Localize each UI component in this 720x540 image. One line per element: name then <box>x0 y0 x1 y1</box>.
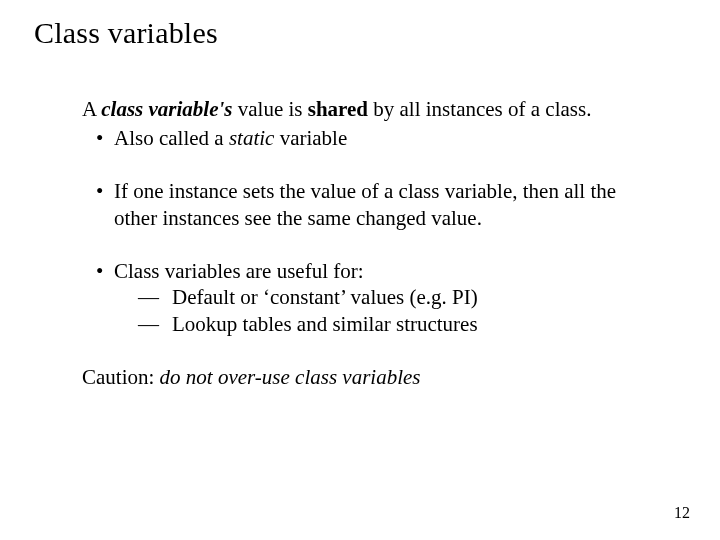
subbullet-lookup-text: Lookup tables and similar structures <box>172 311 478 338</box>
spacer <box>82 232 642 258</box>
subbullet-default: — Default or ‘constant’ values (e.g. PI) <box>138 284 642 311</box>
slide: Class variables A class variable's value… <box>0 0 720 540</box>
b1-pre: Also called a <box>114 126 229 150</box>
bullet-instances: • If one instance sets the value of a cl… <box>96 178 642 232</box>
subbullet-default-text: Default or ‘constant’ values (e.g. PI) <box>172 284 478 311</box>
b1-post: variable <box>274 126 347 150</box>
spacer <box>82 152 642 178</box>
lead-t3: by all instances of a class. <box>368 97 591 121</box>
bullet-icon: • <box>96 178 114 232</box>
slide-title: Class variables <box>34 16 218 50</box>
lead-t2: value is <box>233 97 308 121</box>
dash-icon: — <box>138 311 172 338</box>
lead-paragraph: A class variable's value is shared by al… <box>82 96 642 123</box>
subbullet-lookup: — Lookup tables and similar structures <box>138 311 642 338</box>
dash-icon: — <box>138 284 172 311</box>
caution-pre: Caution: <box>82 365 160 389</box>
bullet-useful-text: Class variables are useful for: <box>114 258 364 285</box>
caution-line: Caution: do not over-use class variables <box>82 364 642 391</box>
bullet-static-text: Also called a static variable <box>114 125 347 152</box>
caution-em: do not over-use class variables <box>160 365 421 389</box>
bullet-static: • Also called a static variable <box>96 125 642 152</box>
slide-body: A class variable's value is shared by al… <box>82 96 642 391</box>
bullet-instances-text: If one instance sets the value of a clas… <box>114 178 642 232</box>
spacer <box>82 338 642 364</box>
page-number: 12 <box>674 504 690 522</box>
lead-em1: class variable's <box>101 97 232 121</box>
bullet-icon: • <box>96 258 114 285</box>
lead-bold: shared <box>308 97 368 121</box>
bullet-icon: • <box>96 125 114 152</box>
lead-t1: A <box>82 97 101 121</box>
bullet-useful: • Class variables are useful for: <box>96 258 642 285</box>
b1-em: static <box>229 126 275 150</box>
